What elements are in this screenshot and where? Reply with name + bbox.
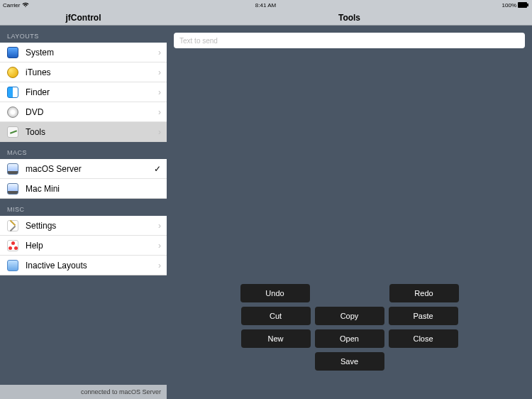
sidebar-item-label: DVD [26, 107, 158, 117]
sidebar-item-system[interactable]: System › [0, 43, 167, 62]
status-bar: Carrier 8:41 AM 100% [0, 0, 532, 10]
sidebar-item-label: Inactive Layouts [26, 261, 158, 270]
chevron-right-icon: › [158, 67, 161, 77]
sidebar-item-label: Finder [26, 87, 158, 97]
sidebar: LAYOUTS System › iTunes › Finder › [0, 26, 167, 399]
itunes-icon [6, 65, 20, 80]
sidebar-item-label: iTunes [26, 67, 158, 77]
header: jfControl Tools [0, 10, 532, 26]
layouts-list: System › iTunes › Finder › DVD › [0, 43, 167, 142]
sidebar-item-inactive-layouts[interactable]: Inactive Layouts › [0, 256, 167, 275]
system-icon [6, 45, 20, 60]
sidebar-item-label: macOS Server [26, 164, 154, 174]
mac-icon [6, 182, 20, 196]
sidebar-item-settings[interactable]: Settings › [0, 216, 167, 236]
battery-label: 100% [502, 2, 516, 9]
chevron-right-icon: › [158, 107, 161, 117]
sidebar-item-itunes[interactable]: iTunes › [0, 62, 167, 82]
misc-list: Settings › Help › Inactive Layouts › [0, 216, 167, 275]
text-to-send-input[interactable] [174, 33, 525, 48]
chevron-right-icon: › [158, 48, 161, 58]
svg-rect-0 [518, 2, 527, 8]
cut-button[interactable]: Cut [241, 307, 311, 325]
sidebar-item-label: Help [26, 241, 158, 251]
section-header-macs: MACS [0, 142, 167, 159]
sidebar-item-label: Mac Mini [26, 184, 161, 194]
section-header-layouts: LAYOUTS [0, 26, 167, 43]
tools-icon [6, 125, 20, 139]
sidebar-item-help[interactable]: Help › [0, 236, 167, 256]
button-grid: Undo Redo Cut Copy Paste New Open Close … [174, 284, 525, 392]
save-button[interactable]: Save [315, 352, 384, 371]
main-panel: Undo Redo Cut Copy Paste New Open Close … [167, 26, 532, 399]
chevron-right-icon: › [158, 241, 161, 251]
chevron-right-icon: › [158, 261, 161, 270]
copy-button[interactable]: Copy [315, 307, 384, 325]
chevron-right-icon: › [158, 221, 161, 231]
finder-icon [6, 85, 20, 99]
new-button[interactable]: New [241, 329, 311, 348]
sidebar-item-mac-mini[interactable]: Mac Mini [0, 179, 167, 199]
dvd-icon [6, 105, 20, 119]
sidebar-item-tools[interactable]: Tools › [0, 122, 167, 142]
sidebar-item-macos-server[interactable]: macOS Server ✓ [0, 159, 167, 179]
carrier-label: Carrier [3, 2, 20, 9]
status-time: 8:41 AM [29, 2, 501, 9]
undo-button[interactable]: Undo [240, 284, 310, 302]
inactive-layouts-icon [6, 258, 20, 273]
paste-button[interactable]: Paste [389, 307, 458, 325]
settings-icon [6, 219, 20, 233]
redo-button[interactable]: Redo [389, 284, 459, 302]
checkmark-icon: ✓ [154, 164, 161, 174]
sidebar-item-dvd[interactable]: DVD › [0, 102, 167, 122]
close-button[interactable]: Close [389, 329, 458, 348]
sidebar-item-finder[interactable]: Finder › [0, 82, 167, 102]
sidebar-item-label: Tools [26, 127, 158, 137]
help-icon [6, 239, 20, 253]
svg-rect-1 [527, 4, 528, 6]
sidebar-title: jfControl [0, 10, 167, 25]
sidebar-item-label: Settings [26, 221, 158, 231]
open-button[interactable]: Open [315, 329, 384, 348]
connection-status: connected to macOS Server [0, 385, 167, 399]
sidebar-item-label: System [26, 48, 158, 58]
macs-list: macOS Server ✓ Mac Mini [0, 159, 167, 199]
chevron-right-icon: › [158, 87, 161, 97]
mac-icon [6, 162, 20, 176]
wifi-icon [22, 2, 29, 8]
chevron-right-icon: › [158, 127, 161, 137]
section-header-misc: MISC [0, 199, 167, 216]
page-title: Tools [167, 10, 532, 25]
battery-icon [518, 2, 529, 8]
